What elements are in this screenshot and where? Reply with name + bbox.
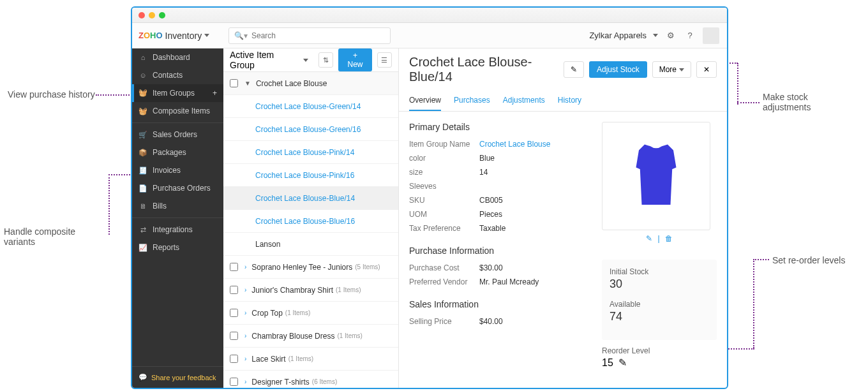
edit-button[interactable]: ✎ (564, 61, 584, 78)
row-checkbox[interactable] (230, 332, 238, 340)
variant-row[interactable]: Lanson (223, 233, 398, 256)
list-group-row[interactable]: ›Junior's Chambray Shirt(1 Items) (223, 279, 398, 302)
kv-value: Blue (479, 154, 495, 163)
row-checkbox[interactable] (230, 79, 238, 87)
help-icon[interactable]: ? (684, 29, 696, 42)
pencil-icon: ✎ (571, 65, 577, 74)
list-group-row[interactable]: ›Crop Top(1 Items) (223, 302, 398, 325)
close-dot[interactable] (138, 12, 145, 18)
detail-pane: Crochet Lace Blouse-Blue/14 ✎ Adjust Sto… (399, 48, 727, 388)
more-label: More (659, 65, 677, 74)
menu-icon[interactable]: ☰ (377, 52, 392, 68)
adjust-stock-button[interactable]: Adjust Stock (589, 61, 647, 78)
kv-key: Tax Preference (409, 224, 479, 233)
close-button[interactable]: ✕ (696, 61, 717, 78)
trash-icon[interactable]: 🗑 (665, 234, 673, 243)
sidebar-item-packages[interactable]: 📦Packages (132, 144, 223, 161)
sidebar-item-sales-orders[interactable]: 🛒Sales Orders (132, 126, 223, 144)
tab-history[interactable]: History (558, 91, 581, 111)
plus-icon[interactable]: + (213, 89, 217, 98)
gear-icon[interactable]: ⚙ (664, 29, 677, 42)
search-wrap: 🔍▾ (223, 27, 396, 44)
list-group-row[interactable]: ▼ Crochet Lace Blouse (223, 72, 398, 95)
company-name[interactable]: Zylkar Apparels (589, 31, 647, 40)
tab-overview[interactable]: Overview (409, 91, 441, 111)
chevron-right-icon[interactable]: › (244, 355, 246, 362)
row-checkbox[interactable] (230, 309, 238, 317)
sidebar-item-label: Bills (153, 202, 167, 210)
sidebar-item-bills[interactable]: 🗎Bills (132, 197, 223, 215)
minimize-dot[interactable] (149, 12, 155, 18)
new-button[interactable]: + New (338, 48, 372, 71)
group-name: Designer T-shirts (251, 378, 309, 387)
annotation-purchase-history: View purchase history (8, 89, 97, 100)
row-checkbox[interactable] (230, 378, 238, 386)
list-header: Active Item Group ⇅ + New ☰ (223, 48, 398, 72)
variant-name: Crochet Lace Blouse-Blue/16 (255, 217, 355, 226)
variant-row[interactable]: Crochet Lace Blouse-Green/14 (223, 95, 398, 118)
variant-row[interactable]: Crochet Lace Blouse-Pink/14 (223, 141, 398, 164)
avatar[interactable] (703, 27, 719, 44)
feedback-label: Share your feedback (151, 374, 216, 381)
chevron-right-icon[interactable]: › (244, 263, 246, 270)
chevron-right-icon[interactable]: › (244, 286, 246, 293)
variant-row-selected[interactable]: Crochet Lace Blouse-Blue/14 (223, 187, 398, 210)
list-group-row[interactable]: ›Soprano Henley Tee - Juniors(5 Items) (223, 256, 398, 279)
sort-button[interactable]: ⇅ (318, 52, 333, 68)
sidebar-item-invoices[interactable]: 🧾Invoices (132, 161, 223, 179)
kv-key: color (409, 154, 479, 163)
sidebar-item-reports[interactable]: 📈Reports (132, 239, 223, 256)
tab-purchases[interactable]: Purchases (454, 91, 490, 111)
chevron-right-icon[interactable]: › (244, 378, 246, 385)
sidebar-item-label: Dashboard (153, 53, 190, 62)
pencil-icon[interactable]: ✎ (618, 357, 627, 369)
brand[interactable]: ZOHO Inventory (132, 31, 223, 41)
sidebar-item-dashboard[interactable]: ⌂Dashboard (132, 48, 223, 66)
list-group-row[interactable]: ›Designer T-shirts(6 Items) (223, 371, 398, 388)
detail-right: ✎ | 🗑 Initial Stock 30 Available 74 Reor… (602, 122, 717, 369)
detail-tabs: Overview Purchases Adjustments History (399, 91, 727, 112)
kv-value[interactable]: Crochet Lace Blouse (479, 140, 550, 149)
chevron-down-icon[interactable]: ▼ (244, 80, 251, 87)
item-count: (1 Items) (336, 286, 361, 293)
available-value: 74 (610, 310, 709, 323)
available-label: Available (610, 300, 709, 309)
doc-icon: 📄 (138, 184, 147, 193)
kv-value: Taxable (479, 224, 505, 233)
variant-row[interactable]: Crochet Lace Blouse-Pink/16 (223, 164, 398, 187)
variant-name: Crochet Lace Blouse-Pink/16 (255, 171, 354, 180)
maximize-dot[interactable] (159, 12, 165, 18)
tab-adjustments[interactable]: Adjustments (503, 91, 545, 111)
item-count: (1 Items) (288, 355, 313, 362)
sidebar-item-composite[interactable]: 🧺Composite Items (132, 102, 223, 120)
kv-key: SKU (409, 196, 479, 205)
search-box[interactable]: 🔍▾ (228, 27, 391, 44)
chevron-down-icon (653, 34, 658, 37)
variant-row[interactable]: Crochet Lace Blouse-Green/16 (223, 118, 398, 141)
sidebar-item-contacts[interactable]: ☺Contacts (132, 66, 223, 84)
row-checkbox[interactable] (230, 263, 238, 271)
integrations-icon: ⇄ (138, 226, 147, 234)
kv-value: $40.00 (479, 317, 503, 326)
more-button[interactable]: More (652, 61, 691, 78)
variant-row[interactable]: Crochet Lace Blouse-Blue/16 (223, 210, 398, 233)
reorder-label: Reorder Level (602, 346, 650, 355)
list-heading[interactable]: Active Item Group (230, 50, 298, 70)
row-checkbox[interactable] (230, 286, 238, 294)
basket-icon: 🧺 (138, 89, 147, 98)
sidebar-item-item-groups[interactable]: 🧺Item Groups+ (132, 84, 223, 102)
chevron-right-icon[interactable]: › (244, 332, 246, 339)
list-group-row[interactable]: ›Lace Skirt(1 Items) (223, 348, 398, 371)
sidebar-item-purchase-orders[interactable]: 📄Purchase Orders (132, 179, 223, 197)
chevron-right-icon[interactable]: › (244, 309, 246, 316)
kv-key: Sleeves (409, 182, 479, 191)
pencil-icon[interactable]: ✎ (646, 234, 652, 243)
list-group-row[interactable]: ›Chambray Blouse Dress(1 Items) (223, 325, 398, 348)
row-checkbox[interactable] (230, 355, 238, 363)
search-input[interactable] (251, 31, 385, 40)
brand-inventory: Inventory (165, 31, 202, 41)
group-name: Crop Top (251, 309, 282, 318)
sidebar-item-integrations[interactable]: ⇄Integrations (132, 221, 223, 239)
feedback-link[interactable]: 💬Share your feedback (132, 366, 223, 388)
contacts-icon: ☺ (138, 71, 147, 79)
